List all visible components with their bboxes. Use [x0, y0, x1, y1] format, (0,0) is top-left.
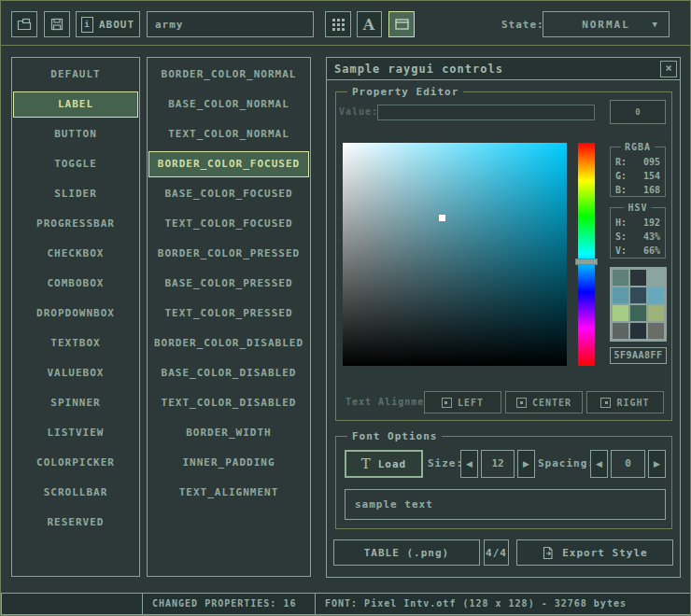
color-swatch[interactable] [630, 287, 646, 303]
list-item-inner_padding[interactable]: INNER_PADDING [148, 450, 309, 476]
list-item-text_color_normal[interactable]: TEXT_COLOR_NORMAL [148, 121, 309, 147]
value-label: Value: [339, 105, 378, 118]
spacing-label: Spacing: [538, 450, 595, 478]
list-item-scrollbar[interactable]: SCROLLBAR [13, 480, 138, 506]
align-right-icon [600, 398, 611, 408]
hue-bar[interactable] [578, 143, 595, 366]
spacing-decrease-button[interactable]: ◀ [590, 450, 608, 478]
export-icon [542, 546, 556, 560]
color-swatch[interactable] [613, 323, 628, 339]
saturation-value-panel[interactable] [343, 143, 567, 366]
color-swatch[interactable] [648, 323, 664, 339]
color-swatch[interactable] [613, 287, 628, 303]
window-title: Sample raygui controls [334, 63, 503, 76]
style-color-swatches [610, 267, 667, 342]
floppy-disk-icon [50, 18, 63, 31]
size-increase-button[interactable]: ▶ [517, 450, 535, 478]
color-swatch[interactable] [648, 287, 664, 303]
list-item-border_color_pressed[interactable]: BORDER_COLOR_PRESSED [148, 241, 309, 267]
property-editor-group-label: Property Editor [347, 86, 463, 98]
list-item-base_color_disabled[interactable]: BASE_COLOR_DISABLED [148, 360, 309, 386]
export-format-button[interactable]: TABLE (.png) [333, 539, 480, 566]
hue-slider-handle[interactable] [575, 259, 598, 265]
value-row: G:154 [611, 169, 665, 183]
about-button-label: ABOUT [99, 19, 134, 31]
list-item-border_color_normal[interactable]: BORDER_COLOR_NORMAL [148, 62, 309, 88]
hsv-group: HSV H:192S:43%V:66% [610, 207, 666, 259]
list-item-button[interactable]: BUTTON [13, 121, 138, 147]
properties-list[interactable]: BORDER_COLOR_NORMALBASE_COLOR_NORMALTEXT… [147, 57, 311, 577]
font-view-button[interactable]: A [357, 11, 382, 37]
list-item-textbox[interactable]: TEXTBOX [13, 330, 138, 357]
list-item-checkbox[interactable]: CHECKBOX [13, 241, 138, 267]
list-item-text_color_focused[interactable]: TEXT_COLOR_FOCUSED [148, 211, 309, 237]
folder-icon [17, 18, 32, 31]
list-item-base_color_pressed[interactable]: BASE_COLOR_PRESSED [148, 271, 309, 297]
state-dropdown[interactable]: NORMAL ▼ [543, 11, 670, 37]
align-left-button[interactable]: LEFT [424, 391, 501, 413]
new-style-button[interactable] [11, 11, 37, 37]
text-alignment-label: Text Alignme [346, 391, 424, 413]
spacing-value-box[interactable]: 0 [611, 450, 645, 478]
hsv-group-label: HSV [624, 203, 651, 213]
color-cursor[interactable] [439, 215, 445, 221]
about-button[interactable]: i ABOUT [76, 11, 140, 37]
window-titlebar[interactable]: Sample raygui controls × [327, 58, 680, 80]
property-editor-group: Property Editor Value: 0 RGBA R:095G:154… [335, 91, 672, 421]
color-swatch[interactable] [613, 305, 628, 321]
state-label: State: [501, 19, 544, 31]
list-item-dropdownbox[interactable]: DROPDOWNBOX [13, 301, 138, 327]
list-item-border_width[interactable]: BORDER_WIDTH [148, 420, 309, 446]
list-item-reserved[interactable]: RESERVED [13, 510, 138, 536]
controls-view-button[interactable] [388, 11, 415, 37]
list-item-toggle[interactable]: TOGGLE [13, 151, 138, 177]
size-decrease-button[interactable]: ◀ [460, 450, 478, 478]
list-item-text_color_pressed[interactable]: TEXT_COLOR_PRESSED [148, 301, 309, 327]
controls-list[interactable]: DEFAULTLABELBUTTONTOGGLESLIDERPROGRESSBA… [11, 57, 140, 577]
list-item-progressbar[interactable]: PROGRESSBAR [13, 211, 138, 237]
close-icon[interactable]: × [660, 61, 677, 77]
value-reset-button[interactable]: 0 [610, 100, 666, 124]
export-style-button[interactable]: Export Style [516, 539, 673, 566]
save-style-button[interactable] [44, 11, 70, 37]
sample-controls-window: Sample raygui controls × Property Editor… [326, 57, 681, 578]
arrow-left-icon: ◀ [596, 459, 602, 469]
color-swatch[interactable] [648, 270, 664, 286]
style-table-view-button[interactable] [325, 11, 351, 37]
color-swatch[interactable] [630, 270, 646, 286]
state-dropdown-value: NORMAL [582, 19, 630, 31]
spacing-increase-button[interactable]: ▶ [648, 450, 666, 478]
list-item-spinner[interactable]: SPINNER [13, 390, 138, 416]
rgba-group-label: RGBA [621, 142, 655, 152]
list-item-label[interactable]: LABEL [13, 91, 138, 118]
align-center-icon [516, 398, 527, 408]
color-swatch[interactable] [648, 305, 664, 321]
color-swatch[interactable] [630, 323, 646, 339]
list-item-text_color_disabled[interactable]: TEXT_COLOR_DISABLED [148, 390, 309, 416]
size-value-box[interactable]: 12 [481, 450, 515, 478]
list-item-colorpicker[interactable]: COLORPICKER [13, 450, 138, 476]
sample-text-input[interactable]: sample text [345, 489, 666, 520]
load-font-button[interactable]: T Load [345, 450, 423, 478]
list-item-combobox[interactable]: COMBOBOX [13, 271, 138, 297]
list-item-default[interactable]: DEFAULT [13, 62, 138, 88]
list-item-border_color_focused[interactable]: BORDER_COLOR_FOCUSED [148, 151, 309, 177]
font-options-group-label: Font Options [347, 430, 442, 442]
list-item-valuebox[interactable]: VALUEBOX [13, 360, 138, 386]
style-name-input[interactable] [147, 11, 314, 37]
value-input[interactable] [377, 105, 595, 120]
hex-value-box[interactable]: 5F9AA8FF [610, 347, 667, 364]
list-item-text_alignment[interactable]: TEXT_ALIGNMENT [148, 480, 309, 506]
align-right-button[interactable]: RIGHT [586, 391, 664, 413]
list-item-listview[interactable]: LISTVIEW [13, 420, 138, 446]
list-item-slider[interactable]: SLIDER [13, 181, 138, 207]
list-item-base_color_normal[interactable]: BASE_COLOR_NORMAL [148, 91, 309, 118]
align-left-icon [442, 398, 452, 408]
align-center-button[interactable]: CENTER [505, 391, 583, 413]
list-item-base_color_focused[interactable]: BASE_COLOR_FOCUSED [148, 181, 309, 207]
status-bar: CHANGED PROPERTIES: 16 FONT: Pixel Intv.… [1, 593, 691, 615]
list-item-border_color_disabled[interactable]: BORDER_COLOR_DISABLED [148, 330, 309, 357]
export-format-counter[interactable]: 4/4 [484, 539, 509, 566]
color-swatch[interactable] [613, 270, 628, 286]
color-swatch[interactable] [630, 305, 646, 321]
